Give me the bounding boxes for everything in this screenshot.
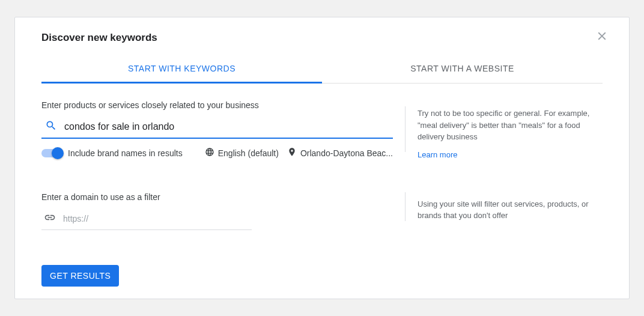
keyword-input-row <box>41 116 393 139</box>
brand-toggle[interactable] <box>41 149 62 157</box>
toggle-knob <box>52 147 64 159</box>
language-label: English (default) <box>218 148 279 158</box>
keyword-content: Enter products or services closely relat… <box>15 84 629 160</box>
locale-settings: English (default) Orlando-Daytona Beac..… <box>205 147 393 159</box>
keyword-left-column: Enter products or services closely relat… <box>41 100 393 160</box>
domain-section: Enter a domain to use as a filter Using … <box>15 192 629 230</box>
keyword-right-column: Try not to be too specific or general. F… <box>418 100 603 160</box>
tab-bar: Start with keywords Start with a website <box>41 54 603 84</box>
brand-toggle-label: Include brand names in results <box>68 148 183 158</box>
domain-vertical-divider <box>405 192 406 221</box>
search-icon <box>45 120 57 134</box>
tab-keywords[interactable]: Start with keywords <box>41 54 322 84</box>
brand-toggle-wrap: Include brand names in results <box>41 148 183 158</box>
learn-more-link[interactable]: Learn more <box>418 150 457 159</box>
domain-input-label: Enter a domain to use as a filter <box>41 192 393 202</box>
keyword-planner-card: Discover new keywords Start with keyword… <box>14 17 630 299</box>
vertical-divider <box>405 106 406 152</box>
domain-hint: Using your site will filter out services… <box>418 192 603 230</box>
language-selector[interactable]: English (default) <box>205 147 279 159</box>
domain-input[interactable] <box>63 214 252 223</box>
card-header: Discover new keywords <box>15 17 629 54</box>
location-icon <box>287 147 297 159</box>
card-footer: Get results <box>41 265 119 287</box>
domain-left-column: Enter a domain to use as a filter <box>41 192 393 230</box>
link-icon <box>44 211 56 226</box>
page-title: Discover new keywords <box>41 32 157 44</box>
tab-website[interactable]: Start with a website <box>322 54 603 83</box>
keyword-input[interactable] <box>64 121 393 132</box>
keyword-hint: Try not to be too specific or general. F… <box>418 108 603 143</box>
get-results-button[interactable]: Get results <box>41 265 119 287</box>
keyword-input-label: Enter products or services closely relat… <box>41 100 393 110</box>
location-label: Orlando-Daytona Beac... <box>300 148 393 158</box>
globe-icon <box>205 147 214 159</box>
domain-input-row <box>41 208 252 230</box>
location-selector[interactable]: Orlando-Daytona Beac... <box>287 147 393 159</box>
close-icon[interactable] <box>595 29 609 46</box>
keyword-options-row: Include brand names in results English (… <box>41 147 393 159</box>
